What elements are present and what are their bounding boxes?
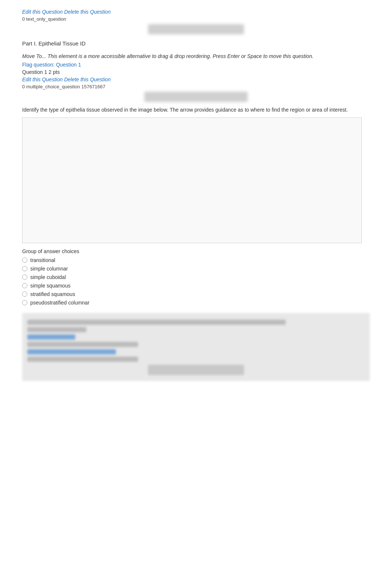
radio-2[interactable]	[22, 266, 27, 271]
answer-choice-1: transitional	[22, 257, 370, 263]
answer-text-3: simple cuboidal	[30, 274, 66, 280]
question-id-line: 0 multiple_choice_question 157671667	[22, 84, 370, 89]
radio-5[interactable]	[22, 292, 27, 297]
blurred-line-1	[27, 320, 286, 325]
meta-top: 0 text_only_question	[22, 16, 370, 22]
delete-question-link-top[interactable]: Delete this Question	[64, 9, 111, 15]
question-1-section: Move To... This element is a more access…	[22, 52, 370, 381]
answer-text-5: stratified squamous	[30, 291, 75, 297]
radio-4[interactable]	[22, 283, 27, 288]
edit-delete-q1: Edit this Question Delete this Question	[22, 76, 370, 82]
blurred-link-1	[27, 334, 75, 340]
question-points: 2 pts	[49, 69, 60, 75]
section-top: Edit this Question Delete this Question …	[22, 9, 370, 34]
answer-text-1: transitional	[30, 257, 55, 263]
edit-question-link-top[interactable]: Edit this Question	[22, 9, 63, 15]
flag-question-link[interactable]: Flag question: Question 1	[22, 62, 81, 68]
blurred-line-4	[27, 357, 138, 362]
answer-text-2: simple columnar	[30, 266, 68, 272]
blurred-bar-bottom	[148, 365, 244, 375]
question-label: Question 1	[22, 69, 47, 75]
answer-text-4: simple squamous	[30, 283, 71, 289]
part-heading: Part I. Epithelial Tissue ID	[22, 40, 370, 47]
answer-choices-container: transitional simple columnar simple cubo…	[22, 257, 370, 306]
flag-question-container: Flag question: Question 1	[22, 62, 370, 68]
question-body-text: Identify the type of epithelia tissue ob…	[22, 106, 370, 114]
question-meta: Question 1 2 pts	[22, 69, 370, 75]
answer-choice-6: pseudostratified columnar	[22, 300, 370, 306]
edit-delete-top: Edit this Question Delete this Question	[22, 9, 370, 15]
question-meta-text: 0 multiple_choice_question	[22, 84, 80, 89]
radio-6[interactable]	[22, 300, 27, 305]
answer-choice-5: stratified squamous	[22, 291, 370, 297]
delete-question-link-q1[interactable]: Delete this Question	[64, 76, 111, 82]
edit-question-link-q1[interactable]: Edit this Question	[22, 76, 63, 82]
blurred-line-2	[27, 327, 86, 332]
question-id: 157671667	[81, 84, 105, 89]
radio-1[interactable]	[22, 258, 27, 263]
answer-choice-3: simple cuboidal	[22, 274, 370, 280]
blurred-toolbar-top	[148, 24, 244, 34]
answer-choice-2: simple columnar	[22, 266, 370, 272]
move-to-text: Move To... This element is a more access…	[22, 52, 370, 60]
radio-3[interactable]	[22, 275, 27, 280]
answer-text-6: pseudostratified columnar	[30, 300, 89, 306]
blurred-toolbar-q1	[144, 92, 248, 102]
blurred-line-3	[27, 342, 138, 347]
blurred-link-2	[27, 349, 116, 354]
part-heading-section: Part I. Epithelial Tissue ID	[22, 40, 370, 47]
answer-group-label: Group of answer choices	[22, 248, 370, 254]
bottom-blurred-section	[22, 313, 370, 381]
answer-choice-4: simple squamous	[22, 283, 370, 289]
question-image	[22, 118, 362, 243]
